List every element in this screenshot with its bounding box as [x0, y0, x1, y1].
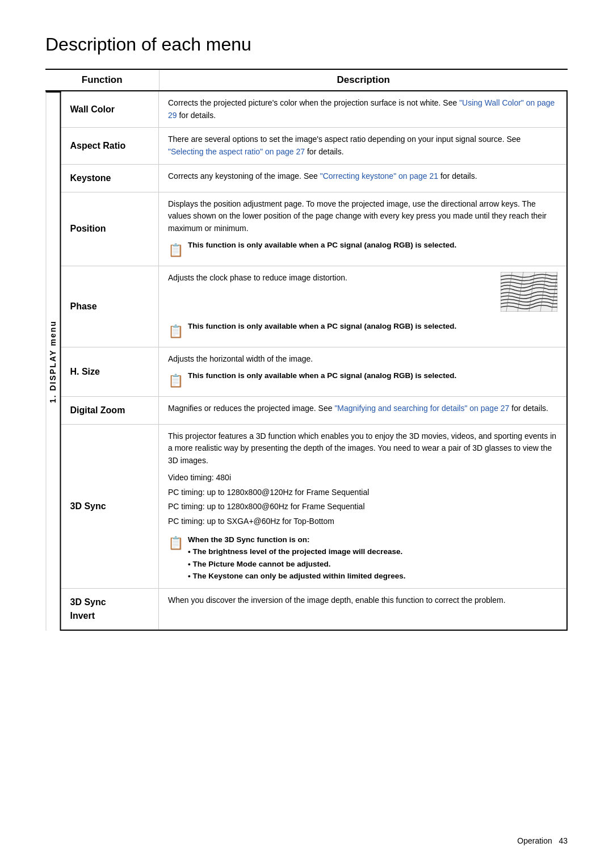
function-cell-aspectratio: Aspect Ratio [61, 128, 158, 164]
sidebar-label: 1. DISPLAY menu [45, 91, 61, 631]
note-icon-hsize: 📋 [168, 371, 183, 391]
function-cell-hsize: H. Size [61, 347, 158, 397]
desc-cell-3dsyncinvert: When you discover the inversion of the i… [158, 589, 567, 631]
3dsync-note-label: When the 3D Sync function is on: [188, 535, 310, 544]
function-cell-3dsync: 3D Sync [61, 424, 158, 588]
table-row: H. Size Adjusts the horizontal width of … [61, 347, 567, 397]
table-row: Position Displays the position adjustmen… [61, 192, 567, 266]
function-header: Function [45, 69, 159, 91]
bullet-picturemode: The Picture Mode cannot be adjusted. [188, 558, 406, 571]
phase-desc-text: Adjusts the clock phase to reduce image … [168, 273, 347, 282]
note-position: 📋 This function is only available when a… [168, 240, 557, 260]
table-row: 3D Sync This projector features a 3D fun… [61, 424, 567, 588]
note-3dsync: 📋 When the 3D Sync function is on: The b… [168, 534, 557, 582]
footer-operation-label: Operation [517, 836, 552, 845]
note-hsize: 📋 This function is only available when a… [168, 370, 557, 391]
table-row: Wall Color Corrects the projected pictur… [61, 91, 567, 128]
desc-cell-hsize: Adjusts the horizontal width of the imag… [158, 347, 567, 397]
function-cell-digitalzoom: Digital Zoom [61, 396, 158, 424]
3dsync-timing-1: Video timing: 480i [168, 472, 557, 484]
note-icon-3dsync: 📋 [168, 534, 183, 553]
table-row: Digital Zoom Magnifies or reduces the pr… [61, 396, 567, 424]
note-text-phase: This function is only available when a P… [188, 321, 456, 332]
desc-cell-aspectratio: There are several options to set the ima… [158, 128, 567, 164]
desc-cell-position: Displays the position adjustment page. T… [158, 192, 567, 266]
link-aspectratio: "Selecting the aspect ratio" on page 27 [168, 147, 305, 156]
note-text-hsize: This function is only available when a P… [188, 370, 456, 381]
link-keystone: "Correcting keystone" on page 21 [320, 171, 438, 181]
function-cell-wallcolor: Wall Color [61, 91, 158, 128]
table-row: Phase [61, 266, 567, 347]
bullet-keystone: The Keystone can only be adjusted within… [188, 570, 406, 582]
3dsync-timing-4: PC timing: up to SXGA+@60Hz for Top-Bott… [168, 515, 557, 528]
main-table: Function Description [45, 69, 568, 91]
function-cell-keystone: Keystone [61, 164, 158, 192]
note-phase: 📋 This function is only available when a… [168, 321, 557, 341]
desc-cell-wallcolor: Corrects the projected picture's color w… [158, 91, 567, 128]
table-row: Aspect Ratio There are several options t… [61, 128, 567, 164]
link-wallcolor: "Using Wall Color" on page 29 [168, 98, 555, 120]
3dsync-main-desc: This projector features a 3D function wh… [168, 430, 557, 467]
desc-cell-phase: Adjusts the clock phase to reduce image … [158, 266, 567, 347]
note-icon-position: 📋 [168, 241, 183, 260]
page-title: Description of each menu [45, 34, 568, 55]
function-cell-position: Position [61, 192, 158, 266]
table-header: Function Description [45, 69, 568, 91]
3dsync-bullet-list: The brightness level of the projected im… [188, 546, 406, 582]
3dsync-timing-2: PC timing: up to 1280x800@120Hz for Fram… [168, 487, 557, 499]
function-cell-phase: Phase [61, 266, 158, 347]
3dsync-timing-3: PC timing: up to 1280x800@60Hz for Frame… [168, 501, 557, 513]
note-text-position: This function is only available when a P… [188, 240, 456, 251]
desc-cell-keystone: Corrects any keystoning of the image. Se… [158, 164, 567, 192]
note-content-3dsync: When the 3D Sync function is on: The bri… [188, 534, 406, 582]
table-row: Keystone Corrects any keystoning of the … [61, 164, 567, 192]
bullet-brightness: The brightness level of the projected im… [188, 546, 406, 558]
note-icon-phase: 📋 [168, 322, 183, 341]
desc-cell-digitalzoom: Magnifies or reduces the projected image… [158, 396, 567, 424]
phase-distortion-image [501, 272, 557, 312]
content-area: 1. DISPLAY menu Wall Color Corrects the … [45, 91, 568, 631]
desc-cell-3dsync: This projector features a 3D function wh… [158, 424, 567, 588]
inner-table: Wall Color Corrects the projected pictur… [61, 91, 568, 631]
table-row: 3D Sync Invert When you discover the inv… [61, 589, 567, 631]
description-header: Description [159, 69, 568, 91]
footer-page-number: 43 [559, 836, 568, 845]
function-cell-3dsyncinvert: 3D Sync Invert [61, 589, 158, 631]
link-digitalzoom: "Magnifying and searching for details" o… [334, 404, 509, 413]
page-footer: Operation 43 [517, 836, 568, 845]
